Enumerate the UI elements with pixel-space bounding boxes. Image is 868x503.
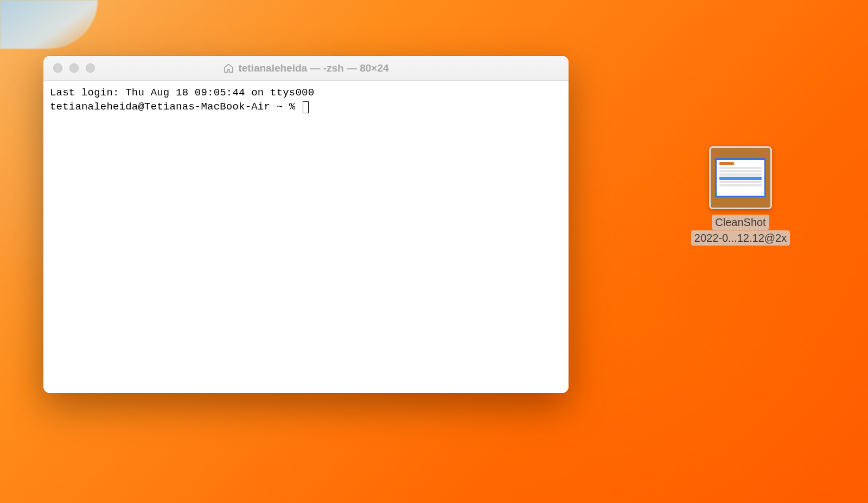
minimize-button[interactable]	[69, 63, 79, 73]
zoom-button[interactable]	[86, 63, 95, 73]
file-name-line1: CleanShot	[712, 215, 769, 230]
home-folder-icon	[223, 63, 234, 73]
traffic-lights	[53, 63, 95, 73]
file-label: CleanShot 2022-0...12.12@2x	[691, 215, 790, 246]
terminal-cursor	[303, 101, 309, 113]
file-thumbnail	[709, 146, 772, 209]
terminal-window: tetianaleheida — -zsh — 80×24 Last login…	[43, 56, 569, 393]
window-title: tetianaleheida — -zsh — 80×24	[223, 62, 388, 74]
window-title-text: tetianaleheida — -zsh — 80×24	[238, 62, 388, 74]
terminal-content[interactable]: Last login: Thu Aug 18 09:05:44 on ttys0…	[43, 81, 569, 393]
window-titlebar[interactable]: tetianaleheida — -zsh — 80×24	[43, 56, 569, 81]
desktop-background: tetianaleheida — -zsh — 80×24 Last login…	[0, 0, 868, 503]
close-button[interactable]	[53, 63, 62, 73]
terminal-prompt: tetianaleheida@Tetianas-MacBook-Air ~ %	[50, 101, 302, 113]
desktop-file-cleanshot[interactable]: CleanShot 2022-0...12.12@2x	[687, 146, 794, 246]
terminal-prompt-line: tetianaleheida@Tetianas-MacBook-Air ~ %	[50, 100, 562, 114]
file-name-line2: 2022-0...12.12@2x	[691, 230, 790, 246]
thumbnail-preview	[715, 158, 766, 197]
terminal-last-login: Last login: Thu Aug 18 09:05:44 on ttys0…	[50, 86, 562, 100]
